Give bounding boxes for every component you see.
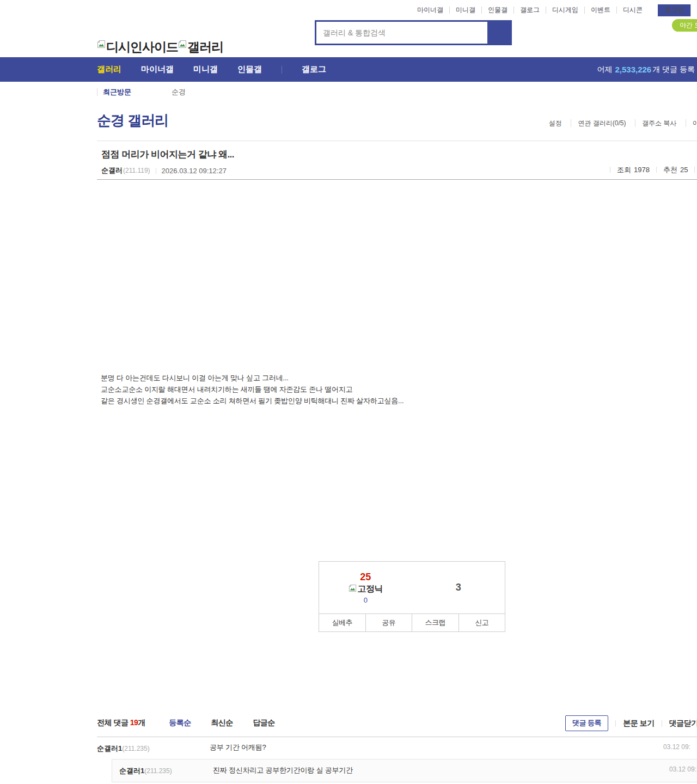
sort-by-registered[interactable]: 등록순 bbox=[169, 718, 191, 727]
comments-header-actions: 댓글 등록 본문 보기 댓글닫기 bbox=[565, 715, 697, 731]
site-header: 디시인사이드 갤러리 bbox=[0, 15, 697, 57]
logo-text-dcinside: 디시인사이드 bbox=[106, 39, 178, 56]
recent-visit-gallery[interactable]: 순경 bbox=[172, 87, 186, 97]
header-divider bbox=[615, 720, 616, 727]
content-empty-area bbox=[97, 632, 697, 718]
usage-guide-link[interactable]: 이용안내 bbox=[686, 119, 697, 127]
content-empty-area bbox=[97, 180, 697, 372]
gallery-title[interactable]: 순경 갤러리 bbox=[97, 111, 168, 130]
main-nav-bar: 갤러리 마이너갤 미니갤 인물갤 갤로그 어제 2,533,226 개 댓글 등… bbox=[0, 57, 697, 82]
share-button[interactable]: 공유 bbox=[365, 614, 412, 631]
topbar-link-dcgame[interactable]: 디시게임 bbox=[552, 7, 585, 14]
main-nav-items: 갤러리 마이너갤 미니갤 인물갤 갤로그 bbox=[97, 57, 346, 82]
nav-item-mini-gallery[interactable]: 미니갤 bbox=[193, 64, 218, 75]
broken-image-icon bbox=[178, 40, 187, 51]
top-utility-bar: 마이너갤 미니갤 인물갤 갤로그 디시게임 이벤트 디시콘 로그인 bbox=[0, 0, 697, 15]
login-button[interactable]: 로그인 bbox=[658, 4, 691, 16]
comments-header: 전체 댓글 19개 등록순 최신순 답글순 댓글 등록 본문 보기 댓글닫기 bbox=[97, 718, 697, 737]
topbar-link-gallog[interactable]: 갤로그 bbox=[520, 7, 546, 14]
topbar-link-mini-gallery[interactable]: 미니갤 bbox=[456, 7, 482, 14]
logo-text-gallery: 갤러리 bbox=[187, 39, 223, 56]
comment-date: 03.12 09:1 bbox=[669, 765, 697, 773]
comment-reply-row: 순갤러1(211.235) 진짜 정신차리고 공부한기간이랑 실 공부기간 03… bbox=[112, 759, 697, 782]
topbar-link-minor-gallery[interactable]: 마이너갤 bbox=[417, 7, 450, 14]
yesterday-comment-stat: 어제 2,533,226 개 댓글 등록 bbox=[597, 57, 695, 82]
header-divider bbox=[662, 720, 662, 727]
comment-row: 순갤러1(211.235) 공부 기간 어캐됨? 03.12 09: bbox=[97, 737, 697, 759]
visit-bar-divider bbox=[97, 88, 97, 96]
upvote-area[interactable]: 25 고정닉 0 bbox=[319, 562, 412, 613]
page: 마이너갤 미니갤 인물갤 갤로그 디시게임 이벤트 디시콘 로그인 야간 모드 … bbox=[0, 0, 697, 784]
site-logo[interactable]: 디시인사이드 갤러리 bbox=[97, 39, 223, 56]
fixed-nick-count: 0 bbox=[348, 596, 383, 604]
broken-image-icon bbox=[348, 584, 357, 594]
recommend-label: 추천 bbox=[663, 165, 677, 175]
post-title: 점점 머리가 비어지는거 같냐 왜... bbox=[101, 148, 697, 161]
upvote-count: 25 bbox=[348, 572, 383, 583]
sort-by-newest[interactable]: 최신순 bbox=[211, 718, 233, 727]
topbar-link-person-gallery[interactable]: 인물갤 bbox=[488, 7, 514, 14]
silbechu-button[interactable]: 실베추 bbox=[319, 614, 365, 631]
nav-divider bbox=[282, 66, 282, 74]
comments-total-label: 전체 댓글 bbox=[97, 718, 128, 727]
stat-suffix: 개 댓글 등록 bbox=[652, 65, 695, 75]
post-date: 2026.03.12 09:12:27 bbox=[162, 167, 227, 175]
meta-divider bbox=[656, 167, 657, 173]
gallery-header: 순경 갤러리 설정 연관 갤러리(0/5) 갤주소 복사 이용안내 bbox=[0, 102, 697, 141]
comment-sort-options: 등록순 최신순 답글순 bbox=[169, 718, 292, 728]
search-input[interactable] bbox=[316, 22, 487, 44]
comment-list: 순갤러1(211.235) 공부 기간 어캐됨? 03.12 09: 순갤러1(… bbox=[97, 737, 697, 784]
post-body: 분명 다 아는건데도 다시보니 이걸 아는게 맞나 싶고 그러네... 교순소교… bbox=[97, 372, 697, 406]
meta-divider bbox=[610, 167, 610, 173]
post-content: 분명 다 아는건데도 다시보니 이걸 아는게 맞나 싶고 그러네... 교순소교… bbox=[97, 180, 697, 718]
comment-author[interactable]: 순갤러1 bbox=[97, 744, 122, 752]
downvote-count: 3 bbox=[456, 582, 461, 593]
broken-image-icon bbox=[97, 40, 106, 51]
comment-text: 진짜 정신차리고 공부한기간이랑 실 공부기간 bbox=[213, 765, 353, 775]
comments-total: 전체 댓글 19개 bbox=[97, 718, 147, 727]
stat-prefix: 어제 bbox=[597, 65, 612, 75]
vote-counts: 25 고정닉 0 3 bbox=[319, 562, 505, 613]
scrap-button[interactable]: 스크랩 bbox=[412, 614, 458, 631]
nav-item-minor-gallery[interactable]: 마이너갤 bbox=[141, 64, 174, 75]
topbar-link-dccon[interactable]: 디시콘 bbox=[623, 7, 649, 14]
meta-divider bbox=[694, 167, 695, 173]
recent-visit-label[interactable]: 최근방문 bbox=[103, 87, 131, 97]
close-comments-link[interactable]: 댓글닫기 bbox=[669, 719, 697, 728]
views-label: 조회 bbox=[617, 165, 631, 175]
topbar-link-event[interactable]: 이벤트 bbox=[591, 7, 617, 14]
register-comment-button[interactable]: 댓글 등록 bbox=[565, 715, 608, 731]
nav-item-gallog[interactable]: 갤로그 bbox=[302, 64, 326, 75]
recent-visit-bar: 최근방문 순경 bbox=[0, 82, 697, 102]
content-empty-area bbox=[97, 406, 697, 561]
views-count: 1978 bbox=[634, 166, 650, 174]
copy-gallery-url-link[interactable]: 갤주소 복사 bbox=[635, 119, 683, 127]
comment-author-ip: (211.235) bbox=[144, 767, 172, 775]
search-button[interactable] bbox=[487, 22, 510, 44]
gallery-settings-link[interactable]: 설정 bbox=[549, 119, 568, 127]
view-post-link[interactable]: 본문 보기 bbox=[623, 719, 654, 728]
post-body-line: 교순소교순소 이지랄 해대면서 내려치기하는 새끼들 땜에 자존감도 존나 떨어… bbox=[101, 384, 697, 395]
post-author[interactable]: 순갤러 bbox=[101, 166, 123, 175]
related-galleries-link[interactable]: 연관 갤러리(0/5) bbox=[571, 119, 632, 127]
vote-box: 25 고정닉 0 3 실베추 공유 bbox=[319, 561, 505, 632]
vote-action-bar: 실베추 공유 스크랩 신고 bbox=[319, 613, 505, 631]
sort-by-reply[interactable]: 답글순 bbox=[253, 718, 275, 727]
nav-item-person-gallery[interactable]: 인물갤 bbox=[237, 64, 262, 75]
nav-item-gallery[interactable]: 갤러리 bbox=[97, 64, 121, 75]
gallery-header-links: 설정 연관 갤러리(0/5) 갤주소 복사 이용안내 bbox=[549, 118, 697, 128]
report-button[interactable]: 신고 bbox=[458, 614, 505, 631]
recommend-count: 25 bbox=[680, 166, 688, 174]
downvote-area[interactable]: 3 bbox=[412, 562, 505, 613]
comment-author[interactable]: 순갤러1 bbox=[119, 767, 144, 775]
meta-divider bbox=[156, 168, 156, 174]
comment-text: 공부 기간 어캐됨? bbox=[210, 743, 266, 752]
post-meta-right: 조회 1978 추천 25 댓글 bbox=[603, 163, 697, 177]
comments-total-suffix: 개 bbox=[138, 718, 145, 727]
comment-author-ip: (211.235) bbox=[122, 745, 149, 752]
post-body-line: 분명 다 아는건데도 다시보니 이걸 아는게 맞나 싶고 그러네... bbox=[101, 372, 697, 384]
search-box bbox=[315, 20, 512, 45]
comments-total-count: 19 bbox=[130, 718, 138, 727]
post-author-ip: (211.119) bbox=[123, 167, 150, 174]
post-body-line: 같은 경시생인 순경갤에서도 교순소 소리 쳐하면서 필기 좆밥인양 비틱해대니… bbox=[101, 395, 697, 406]
